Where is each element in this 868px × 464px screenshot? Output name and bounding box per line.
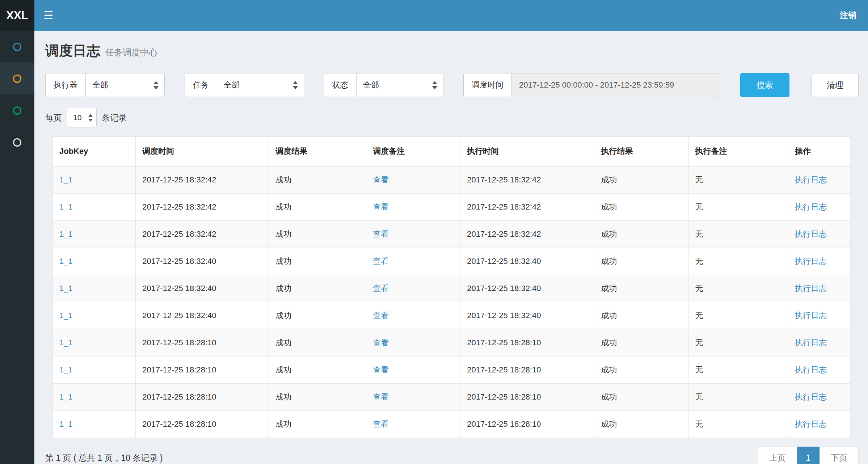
log-table-container: JobKey调度时间调度结果调度备注执行时间执行结果执行备注操作 1_12017… [52, 136, 851, 438]
execution-log-cell: 执行日志 [788, 357, 851, 384]
table-row: 1_12017-12-25 18:28:10成功查看2017-12-25 18:… [53, 384, 851, 411]
column-header-6[interactable]: 执行结果 [594, 137, 688, 166]
brand-logo[interactable]: XXL [0, 0, 34, 31]
page-size-select[interactable]: 10 [67, 108, 97, 127]
jobkey-link[interactable]: 1_1 [59, 365, 73, 374]
execution-log-link[interactable]: 执行日志 [795, 365, 827, 374]
column-header-4[interactable]: 调度备注 [366, 137, 460, 166]
trigger-msg-link[interactable]: 查看 [373, 175, 389, 184]
trigger-msg-link[interactable]: 查看 [373, 338, 389, 347]
next-page-button[interactable]: 下页 [819, 447, 859, 464]
trigger-msg-link[interactable]: 查看 [373, 284, 389, 293]
trigger-time-filter-label: 调度时间 [464, 73, 512, 97]
column-header-3[interactable]: 调度结果 [269, 137, 366, 166]
prev-page-button[interactable]: 上页 [758, 447, 797, 464]
jobkey-link[interactable]: 1_1 [59, 338, 73, 347]
handle-time-cell: 2017-12-25 18:32:42 [460, 166, 594, 194]
job-filter: 任务 全部 [185, 73, 304, 97]
execution-log-cell: 执行日志 [788, 221, 851, 248]
table-footer: 第 1 页 ( 总共 1 页，10 条记录 ) 上页 1 下页 [45, 447, 859, 464]
logout-button[interactable]: 注销 [828, 0, 868, 31]
handle-time-cell: 2017-12-25 18:32:40 [460, 275, 594, 302]
trigger-msg-cell: 查看 [366, 221, 460, 248]
trigger-time-cell: 2017-12-25 18:32:40 [136, 302, 269, 329]
execution-log-link[interactable]: 执行日志 [795, 202, 827, 211]
page-size-value: 10 [73, 113, 81, 122]
trigger-msg-link[interactable]: 查看 [373, 229, 389, 239]
log-table: JobKey调度时间调度结果调度备注执行时间执行结果执行备注操作 1_12017… [52, 136, 851, 438]
jobkey-link[interactable]: 1_1 [59, 257, 73, 266]
handle-time-cell: 2017-12-25 18:28:10 [460, 411, 594, 438]
jobkey-cell: 1_1 [53, 194, 136, 221]
execution-log-link[interactable]: 执行日志 [795, 175, 827, 184]
execution-log-link[interactable]: 执行日志 [795, 392, 827, 401]
job-select[interactable]: 全部 [217, 73, 304, 97]
current-page-button[interactable]: 1 [797, 447, 820, 464]
trigger-result-cell: 成功 [269, 194, 366, 221]
jobkey-link[interactable]: 1_1 [59, 392, 73, 401]
trigger-msg-link[interactable]: 查看 [373, 257, 389, 266]
jobkey-link[interactable]: 1_1 [59, 202, 73, 211]
trigger-time-cell: 2017-12-25 18:32:42 [136, 194, 269, 221]
trigger-msg-link[interactable]: 查看 [373, 311, 389, 320]
handle-msg-cell: 无 [688, 411, 788, 438]
trigger-msg-link[interactable]: 查看 [373, 419, 389, 429]
sidebar-item-2[interactable] [0, 63, 34, 94]
table-row: 1_12017-12-25 18:32:42成功查看2017-12-25 18:… [53, 221, 851, 248]
execution-log-link[interactable]: 执行日志 [795, 338, 827, 347]
trigger-msg-link[interactable]: 查看 [373, 365, 389, 374]
column-header-2[interactable]: 调度时间 [136, 137, 269, 166]
handle-msg-cell: 无 [688, 248, 788, 275]
jobkey-link[interactable]: 1_1 [59, 229, 73, 239]
column-header-8[interactable]: 操作 [788, 137, 851, 166]
jobkey-cell: 1_1 [53, 329, 136, 357]
jobkey-link[interactable]: 1_1 [59, 311, 73, 320]
trigger-msg-cell: 查看 [366, 411, 460, 438]
status-filter: 状态 全部 [324, 73, 443, 97]
status-filter-label: 状态 [324, 73, 357, 97]
status-select[interactable]: 全部 [357, 73, 443, 97]
handle-time-cell: 2017-12-25 18:32:42 [460, 221, 594, 248]
execution-log-link[interactable]: 执行日志 [795, 284, 827, 293]
executor-select-value: 全部 [92, 80, 108, 90]
column-header-5[interactable]: 执行时间 [460, 137, 594, 166]
column-header-7[interactable]: 执行备注 [688, 137, 788, 166]
circle-icon [13, 106, 21, 115]
sidebar-toggle-button[interactable]: ☰ [34, 0, 63, 31]
select-stepper-icon [432, 81, 437, 89]
execution-log-link[interactable]: 执行日志 [795, 229, 827, 239]
search-button[interactable]: 搜索 [740, 73, 789, 97]
trigger-time-cell: 2017-12-25 18:32:42 [136, 166, 269, 194]
sidebar-item-3[interactable] [0, 94, 34, 126]
clear-button[interactable]: 清理 [812, 73, 859, 97]
execution-log-cell: 执行日志 [788, 248, 851, 275]
execution-log-link[interactable]: 执行日志 [795, 257, 827, 266]
trigger-result-cell: 成功 [269, 166, 366, 194]
handle-time-cell: 2017-12-25 18:28:10 [460, 384, 594, 411]
execution-log-link[interactable]: 执行日志 [795, 419, 827, 429]
trigger-result-cell: 成功 [269, 248, 366, 275]
table-row: 1_12017-12-25 18:28:10成功查看2017-12-25 18:… [53, 411, 851, 438]
sidebar-item-4[interactable] [0, 126, 34, 158]
sidebar-item-1[interactable] [0, 31, 34, 63]
jobkey-link[interactable]: 1_1 [59, 284, 73, 293]
trigger-msg-link[interactable]: 查看 [373, 392, 389, 401]
handle-result-cell: 成功 [594, 302, 688, 329]
table-row: 1_12017-12-25 18:32:40成功查看2017-12-25 18:… [53, 248, 851, 275]
handle-msg-cell: 无 [688, 357, 788, 384]
column-header-1[interactable]: JobKey [53, 137, 136, 166]
jobkey-link[interactable]: 1_1 [59, 175, 73, 184]
jobkey-link[interactable]: 1_1 [59, 419, 73, 429]
table-row: 1_12017-12-25 18:28:10成功查看2017-12-25 18:… [53, 329, 851, 357]
trigger-msg-cell: 查看 [366, 329, 460, 357]
table-row: 1_12017-12-25 18:28:10成功查看2017-12-25 18:… [53, 357, 851, 384]
trigger-msg-cell: 查看 [366, 166, 460, 194]
trigger-msg-link[interactable]: 查看 [373, 202, 389, 211]
execution-log-link[interactable]: 执行日志 [795, 311, 827, 320]
jobkey-cell: 1_1 [53, 166, 136, 194]
handle-time-cell: 2017-12-25 18:28:10 [460, 357, 594, 384]
jobkey-cell: 1_1 [53, 248, 136, 275]
handle-time-cell: 2017-12-25 18:32:40 [460, 302, 594, 329]
trigger-time-input[interactable] [512, 73, 720, 97]
executor-select[interactable]: 全部 [86, 73, 164, 97]
